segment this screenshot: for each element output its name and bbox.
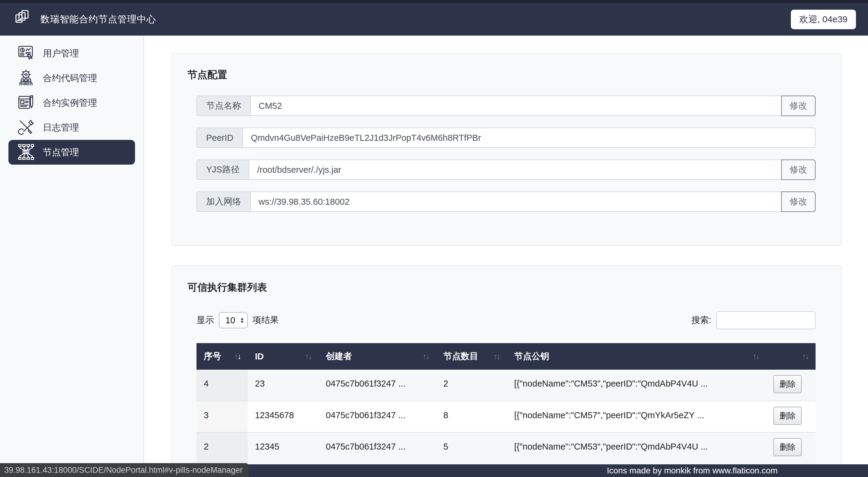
sidebar-item-label: 合约实例管理 <box>43 97 97 109</box>
sort-icon: ↑↓ <box>752 352 759 361</box>
yjs-path-input[interactable] <box>249 159 782 180</box>
cell-pubkey: [{"nodeName":"CM53","peerID":"QmdAbP4V4U… <box>507 433 766 464</box>
header-actions[interactable]: ↑↓ <box>766 343 815 370</box>
table-controls: 显示 10 ▲▼ 项结果 搜索: <box>196 311 815 329</box>
field-label: PeerID <box>196 127 242 148</box>
dashboard-cursor-icon <box>17 44 35 63</box>
field-node-name: 节点名称 修改 <box>196 96 815 116</box>
delete-button[interactable]: 删除 <box>773 438 802 456</box>
cell-seq: 2 <box>196 433 248 464</box>
join-network-input[interactable] <box>250 191 782 212</box>
cell-node-count: 8 <box>436 401 507 433</box>
sidebar-item-label: 日志管理 <box>43 121 79 134</box>
sidebar-item-label: 节点管理 <box>43 146 79 158</box>
table-header-row: 序号 ↑↓ ID ↑↓ 创建者 ↑↓ 节点数目 <box>196 343 815 370</box>
sort-icon: ↑↓ <box>423 352 429 361</box>
field-label: 加入网络 <box>196 191 250 212</box>
tools-icon <box>17 118 35 137</box>
page-size-select[interactable]: 10 ▲▼ <box>219 312 248 328</box>
delete-button[interactable]: 删除 <box>773 375 802 393</box>
document-pencil-icon <box>17 93 35 113</box>
show-label: 显示 <box>196 314 214 326</box>
window-top-edge <box>0 0 868 3</box>
field-yjs-path: YJS路径 修改 <box>196 159 815 180</box>
modify-yjs-path-button[interactable]: 修改 <box>781 159 815 180</box>
cell-node-count: 2 <box>436 370 507 401</box>
search-input[interactable] <box>716 311 815 329</box>
sort-icon: ↑↓ <box>234 352 241 361</box>
sort-icon: ↑↓ <box>305 352 311 361</box>
sidebar: 用户管理 合约代码管理 <box>0 36 144 477</box>
header-id[interactable]: ID ↑↓ <box>248 343 318 370</box>
node-name-input[interactable] <box>250 96 782 116</box>
modify-node-name-button[interactable]: 修改 <box>781 96 815 116</box>
peer-id-input[interactable] <box>242 127 815 148</box>
cell-seq: 3 <box>196 401 248 433</box>
welcome-badge[interactable]: 欢迎, 04e39 <box>791 10 856 29</box>
cell-pubkey: [{"nodeName":"CM57","peerID":"QmYkAr5eZY… <box>507 401 766 433</box>
cell-id: 12345 <box>248 433 318 464</box>
cell-id: 23 <box>248 370 318 401</box>
cell-node-count: 5 <box>436 433 507 464</box>
table-row: 3 12345678 0475c7b061f3247 ... 8 [{"node… <box>196 401 815 433</box>
node-config-card: 节点配置 节点名称 修改 PeerID YJS路径 修改 加入网络 <box>172 53 841 246</box>
search-control: 搜索: <box>691 311 815 329</box>
page-length-control: 显示 10 ▲▼ 项结果 <box>196 312 279 328</box>
field-label: 节点名称 <box>196 96 250 116</box>
header-node-pubkey[interactable]: 节点公钥 ↑↓ <box>507 343 766 370</box>
table-row: 2 12345 0475c7b061f3247 ... 5 [{"nodeNam… <box>196 433 815 464</box>
field-join-network: 加入网络 修改 <box>196 191 815 212</box>
browser-status-bubble: 39.98.161.43:18000/SCIDE/NodePortal.html… <box>0 463 249 477</box>
cluster-title: 可信执行集群列表 <box>187 281 826 294</box>
top-navbar: 数瑞智能合约节点管理中心 欢迎, 04e39 <box>0 3 868 36</box>
results-label: 项结果 <box>253 314 279 326</box>
icons-credit: Icons made by monkik from www.flaticon.c… <box>607 466 778 476</box>
sidebar-item-log-management[interactable]: 日志管理 <box>8 115 135 140</box>
cluster-table: 序号 ↑↓ ID ↑↓ 创建者 ↑↓ 节点数目 <box>196 343 815 464</box>
sort-icon: ↑↓ <box>493 352 500 361</box>
sidebar-item-label: 合约代码管理 <box>43 72 97 84</box>
header-creator[interactable]: 创建者 ↑↓ <box>318 343 436 370</box>
header-seq[interactable]: 序号 ↑↓ <box>196 343 248 370</box>
network-nodes-icon <box>17 143 35 162</box>
sidebar-item-node-management[interactable]: 节点管理 <box>8 140 135 165</box>
cell-creator: 0475c7b061f3247 ... <box>318 370 436 401</box>
gear-people-icon <box>17 68 35 88</box>
field-label: YJS路径 <box>196 159 249 180</box>
sidebar-item-user-management[interactable]: 用户管理 <box>8 41 135 66</box>
brand-link[interactable]: 数瑞智能合约节点管理中心 <box>12 9 156 30</box>
cell-pubkey: [{"nodeName":"CM53","peerID":"QmdAbP4V4U… <box>507 370 766 401</box>
search-label: 搜索: <box>691 314 711 326</box>
page-size-value: 10 <box>225 316 235 325</box>
sidebar-item-contract-instance-management[interactable]: 合约实例管理 <box>8 90 135 115</box>
status-url: 39.98.161.43:18000/SCIDE/NodePortal.html… <box>4 466 243 475</box>
cell-seq: 4 <box>196 370 248 401</box>
table-row: 4 23 0475c7b061f3247 ... 2 [{"nodeName":… <box>196 370 815 401</box>
main-content: 节点配置 节点名称 修改 PeerID YJS路径 修改 加入网络 <box>144 36 868 477</box>
cell-creator: 0475c7b061f3247 ... <box>318 401 436 433</box>
logo-icon <box>12 9 31 30</box>
trusted-cluster-card: 可信执行集群列表 显示 10 ▲▼ 项结果 搜索: <box>172 266 841 476</box>
node-config-title: 节点配置 <box>187 68 826 82</box>
cell-creator: 0475c7b061f3247 ... <box>318 433 436 464</box>
field-peer-id: PeerID <box>196 127 815 148</box>
app-title: 数瑞智能合约节点管理中心 <box>40 13 156 26</box>
modify-join-network-button[interactable]: 修改 <box>781 191 815 212</box>
stepper-arrows-icon: ▲▼ <box>240 317 244 324</box>
sort-icon: ↑↓ <box>802 352 808 361</box>
cell-id: 12345678 <box>248 401 318 433</box>
delete-button[interactable]: 删除 <box>773 407 802 425</box>
sidebar-item-contract-code-management[interactable]: 合约代码管理 <box>8 66 135 90</box>
sidebar-item-label: 用户管理 <box>43 47 79 60</box>
header-node-count[interactable]: 节点数目 ↑↓ <box>436 343 507 370</box>
